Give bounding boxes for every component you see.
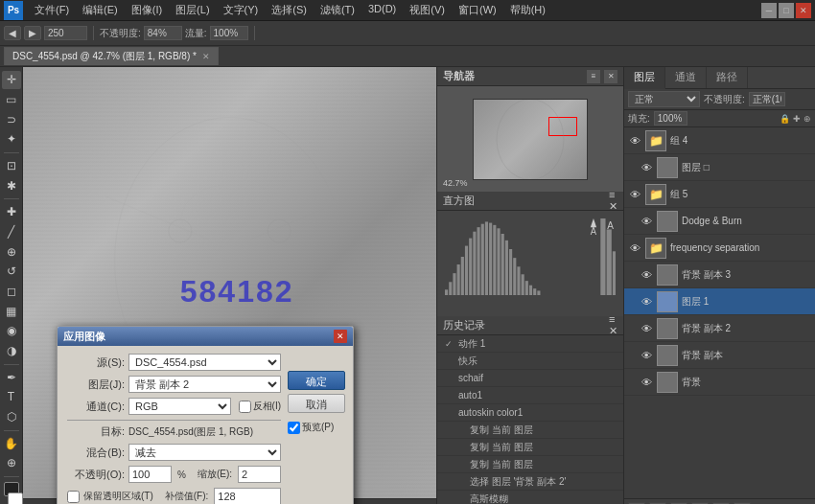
dialog-opacity-input[interactable] — [128, 466, 172, 483]
doc-tab-close[interactable]: ✕ — [202, 52, 210, 61]
menu-edit[interactable]: 编辑(E) — [77, 1, 124, 19]
layer-visibility-icon[interactable]: 👁 — [640, 215, 653, 228]
opacity-input-layers[interactable] — [749, 92, 785, 106]
history-item[interactable]: auto1 — [437, 387, 623, 404]
dialog-invert-checkbox[interactable] — [239, 401, 251, 413]
close-button[interactable]: ✕ — [796, 3, 811, 18]
layer-item[interactable]: 👁图层 1 — [624, 288, 815, 315]
dodge-tool[interactable]: ◑ — [2, 342, 21, 360]
svg-rect-24 — [513, 258, 516, 295]
crop-tool[interactable]: ⊡ — [2, 157, 21, 175]
pen-tool[interactable]: ✒ — [2, 368, 21, 386]
menu-view[interactable]: 视图(V) — [404, 1, 451, 19]
layer-name-label: 图层 □ — [682, 161, 811, 174]
layer-item[interactable]: 👁📁组 4 — [624, 127, 815, 154]
dialog-cancel-button[interactable]: 取消 — [288, 394, 345, 413]
layer-item[interactable]: 👁📁组 5 — [624, 181, 815, 208]
dialog-invert-label[interactable]: 反相(I) — [239, 400, 281, 413]
layer-visibility-icon[interactable]: 👁 — [640, 268, 653, 282]
history-item[interactable]: 复制 当前 图层 — [437, 422, 623, 439]
dialog-blend-select[interactable]: 减去 — [128, 444, 281, 461]
brush-tool[interactable]: ╱ — [2, 223, 21, 241]
minimize-button[interactable]: ─ — [761, 3, 777, 18]
layer-visibility-icon[interactable]: 👁 — [628, 188, 641, 201]
menu-help[interactable]: 帮助(H) — [504, 1, 551, 19]
history-item[interactable]: 复制 当前 图层 — [437, 439, 623, 456]
dialog-offset-input[interactable] — [214, 488, 281, 504]
dialog-layer-select[interactable]: 背景 副本 2 — [128, 376, 281, 393]
zoom-input[interactable] — [44, 26, 87, 40]
tab-channels[interactable]: 通道 — [665, 67, 707, 88]
history-item[interactable]: ✓动作 1 — [437, 335, 623, 353]
lock-icons: 🔒 ✚ ⊕ — [780, 114, 811, 124]
menu-3d[interactable]: 3D(D) — [362, 1, 402, 19]
clone-tool[interactable]: ⊕ — [2, 242, 21, 261]
layer-visibility-icon[interactable]: 👁 — [628, 134, 641, 148]
heal-tool[interactable]: ✚ — [2, 203, 21, 221]
back-button[interactable]: ◀ — [4, 26, 21, 40]
layer-visibility-icon[interactable]: 👁 — [640, 322, 653, 335]
path-tool[interactable]: ⬡ — [2, 408, 21, 426]
fill-input[interactable] — [654, 111, 687, 126]
doc-tab-active[interactable]: DSC_4554.psd @ 42.7% (图层 1, RGB/8) * ✕ — [4, 47, 219, 65]
history-item[interactable]: autoskin color1 — [437, 404, 623, 422]
hand-tool[interactable]: ✋ — [2, 434, 21, 452]
layer-item[interactable]: 👁背景 副本 3 — [624, 262, 815, 288]
layer-visibility-icon[interactable]: 👁 — [640, 376, 653, 389]
tab-layers[interactable]: 图层 — [624, 67, 665, 89]
gradient-tool[interactable]: ▦ — [2, 302, 21, 320]
eraser-tool[interactable]: ◻ — [2, 283, 21, 301]
dialog-preview-checkbox[interactable] — [288, 422, 300, 434]
navigator-close-button[interactable]: ✕ — [604, 70, 617, 83]
history-menu-button[interactable]: ≡ — [609, 316, 617, 325]
dialog-source-select[interactable]: DSC_4554.psd — [128, 354, 281, 371]
layer-visibility-icon[interactable]: 👁 — [640, 295, 653, 309]
dialog-close-button[interactable]: ✕ — [334, 330, 347, 343]
layer-item[interactable]: 👁📁frequency separation — [624, 235, 815, 262]
menu-select[interactable]: 选择(S) — [266, 1, 313, 19]
blur-tool[interactable]: ◉ — [2, 322, 21, 340]
layer-visibility-icon[interactable]: 👁 — [640, 161, 653, 174]
dialog-scale-input[interactable] — [238, 466, 281, 483]
menu-window[interactable]: 窗口(W) — [453, 1, 502, 19]
background-color[interactable] — [8, 493, 23, 504]
forward-button[interactable]: ▶ — [24, 26, 41, 40]
layer-item[interactable]: 👁图层 □ — [624, 154, 815, 181]
history-item[interactable]: 复制 当前 图层 — [437, 456, 623, 473]
eyedropper-tool[interactable]: ✱ — [2, 176, 21, 195]
history-item[interactable]: 选择 图层 '背景 副本 2' — [437, 473, 623, 491]
layers-blend-select[interactable]: 正常 — [628, 91, 700, 107]
maximize-button[interactable]: □ — [779, 3, 794, 18]
dialog-ok-button[interactable]: 确定 — [288, 371, 345, 390]
zoom-tool[interactable]: ⊕ — [2, 454, 21, 472]
dialog-preview-label[interactable]: 预览(P) — [288, 421, 345, 434]
dialog-preserve-checkbox[interactable] — [67, 491, 80, 503]
move-tool[interactable]: ✛ — [2, 71, 21, 89]
menu-file[interactable]: 文件(F) — [29, 1, 75, 19]
layer-item[interactable]: 👁背景 — [624, 369, 815, 396]
navigator-menu-button[interactable]: ≡ — [587, 70, 600, 83]
menu-filter[interactable]: 滤镜(T) — [314, 1, 361, 19]
tab-paths[interactable]: 路径 — [707, 67, 748, 88]
layer-item[interactable]: 👁背景 副本 — [624, 342, 815, 369]
layer-visibility-icon[interactable]: 👁 — [640, 349, 653, 362]
menu-text[interactable]: 文字(Y) — [218, 1, 265, 19]
layer-item[interactable]: 👁背景 副本 2 — [624, 315, 815, 342]
dialog-channel-select[interactable]: RGB — [128, 398, 231, 415]
history-item[interactable]: 高斯模糊 — [437, 491, 623, 504]
layer-visibility-icon[interactable]: 👁 — [628, 241, 641, 255]
flow-input[interactable] — [210, 26, 248, 40]
wand-tool[interactable]: ✦ — [2, 130, 21, 149]
history-brush-tool[interactable]: ↺ — [2, 263, 21, 281]
menu-image[interactable]: 图像(I) — [126, 1, 168, 19]
menu-layer[interactable]: 图层(L) — [170, 1, 215, 19]
layer-item[interactable]: 👁Dodge & Burn — [624, 208, 815, 235]
opacity-input[interactable] — [144, 26, 182, 40]
lasso-tool[interactable]: ⊃ — [2, 110, 21, 128]
dialog-titlebar[interactable]: 应用图像 ✕ — [58, 327, 353, 346]
history-item[interactable]: 快乐 — [437, 353, 623, 370]
marquee-tool[interactable]: ▭ — [2, 91, 21, 109]
dialog-scale-label: 缩放(E): — [198, 468, 232, 481]
type-tool[interactable]: T — [2, 388, 21, 406]
history-item[interactable]: schaif — [437, 370, 623, 387]
